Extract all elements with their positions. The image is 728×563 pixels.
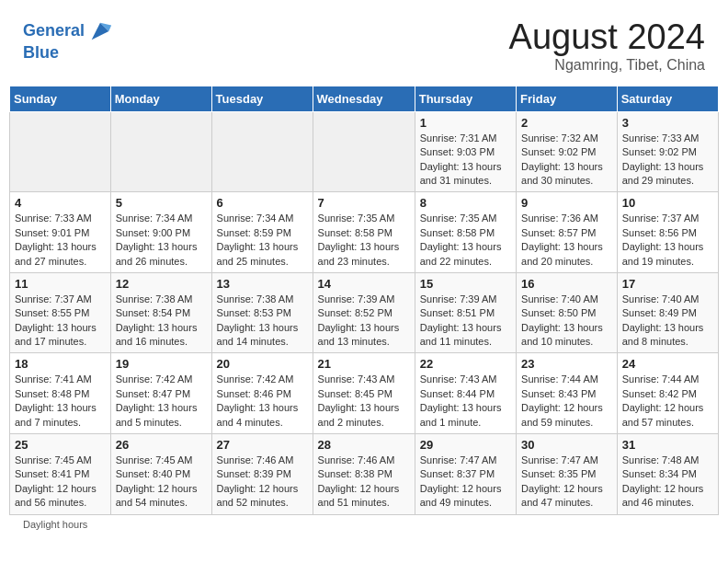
day-info: Sunrise: 7:46 AMSunset: 8:38 PMDaylight:… xyxy=(318,454,410,511)
calendar-cell: 15Sunrise: 7:39 AMSunset: 8:51 PMDayligh… xyxy=(415,272,516,353)
day-number: 7 xyxy=(318,196,410,210)
calendar-cell: 26Sunrise: 7:45 AMSunset: 8:40 PMDayligh… xyxy=(110,434,211,515)
day-info: Sunrise: 7:37 AMSunset: 8:55 PMDaylight:… xyxy=(15,293,106,350)
day-info: Sunrise: 7:39 AMSunset: 8:51 PMDaylight:… xyxy=(420,293,511,350)
day-number: 12 xyxy=(116,277,207,291)
calendar-cell: 29Sunrise: 7:47 AMSunset: 8:37 PMDayligh… xyxy=(415,434,516,515)
daylight-hours-label: Daylight hours xyxy=(23,519,87,530)
day-info: Sunrise: 7:35 AMSunset: 8:58 PMDaylight:… xyxy=(420,212,511,269)
day-info: Sunrise: 7:44 AMSunset: 8:42 PMDaylight:… xyxy=(622,373,713,430)
day-info: Sunrise: 7:34 AMSunset: 8:59 PMDaylight:… xyxy=(217,212,308,269)
calendar-cell: 13Sunrise: 7:38 AMSunset: 8:53 PMDayligh… xyxy=(211,272,313,353)
day-info: Sunrise: 7:36 AMSunset: 8:57 PMDaylight:… xyxy=(521,212,612,269)
day-number: 13 xyxy=(217,277,308,291)
day-number: 3 xyxy=(622,116,713,130)
page-wrapper: General Blue August 2024 Ngamring, Tibet… xyxy=(9,9,719,534)
day-number: 16 xyxy=(521,277,612,291)
day-info: Sunrise: 7:38 AMSunset: 8:53 PMDaylight:… xyxy=(217,293,308,350)
calendar-cell: 7Sunrise: 7:35 AMSunset: 8:58 PMDaylight… xyxy=(313,192,415,273)
calendar-subtitle: Ngamring, Tibet, China xyxy=(509,57,705,74)
logo-blue-text: Blue xyxy=(23,44,113,63)
day-info: Sunrise: 7:31 AMSunset: 9:03 PMDaylight:… xyxy=(420,132,511,189)
calendar-title: August 2024 xyxy=(509,18,705,57)
day-number: 21 xyxy=(318,357,410,371)
calendar-week-row: 1Sunrise: 7:31 AMSunset: 9:03 PMDaylight… xyxy=(10,111,719,192)
calendar-cell: 25Sunrise: 7:45 AMSunset: 8:41 PMDayligh… xyxy=(10,434,111,515)
day-number: 11 xyxy=(15,277,106,291)
day-info: Sunrise: 7:33 AMSunset: 9:01 PMDaylight:… xyxy=(15,212,106,269)
calendar-cell xyxy=(110,111,211,192)
day-of-week-header: Friday xyxy=(517,86,618,111)
day-info: Sunrise: 7:43 AMSunset: 8:44 PMDaylight:… xyxy=(420,373,511,430)
calendar-week-row: 25Sunrise: 7:45 AMSunset: 8:41 PMDayligh… xyxy=(10,434,719,515)
day-number: 30 xyxy=(521,438,612,452)
day-number: 4 xyxy=(15,196,106,210)
day-info: Sunrise: 7:40 AMSunset: 8:49 PMDaylight:… xyxy=(622,293,713,350)
calendar-header-row: SundayMondayTuesdayWednesdayThursdayFrid… xyxy=(10,86,719,111)
day-number: 23 xyxy=(521,357,612,371)
day-number: 14 xyxy=(318,277,410,291)
day-number: 27 xyxy=(217,438,308,452)
day-of-week-header: Sunday xyxy=(10,86,111,111)
day-number: 18 xyxy=(15,357,106,371)
logo-text: General xyxy=(23,22,85,40)
calendar-cell: 4Sunrise: 7:33 AMSunset: 9:01 PMDaylight… xyxy=(10,192,111,273)
calendar-cell: 9Sunrise: 7:36 AMSunset: 8:57 PMDaylight… xyxy=(517,192,618,273)
calendar-cell: 18Sunrise: 7:41 AMSunset: 8:48 PMDayligh… xyxy=(10,353,111,434)
calendar-cell: 8Sunrise: 7:35 AMSunset: 8:58 PMDaylight… xyxy=(415,192,516,273)
day-number: 15 xyxy=(420,277,511,291)
calendar-cell: 5Sunrise: 7:34 AMSunset: 9:00 PMDaylight… xyxy=(110,192,211,273)
page-header: General Blue August 2024 Ngamring, Tibet… xyxy=(9,9,719,78)
day-info: Sunrise: 7:47 AMSunset: 8:35 PMDaylight:… xyxy=(521,454,612,511)
day-info: Sunrise: 7:42 AMSunset: 8:47 PMDaylight:… xyxy=(116,373,207,430)
logo: General Blue xyxy=(23,18,113,63)
calendar-table: SundayMondayTuesdayWednesdayThursdayFrid… xyxy=(9,86,719,515)
calendar-cell: 16Sunrise: 7:40 AMSunset: 8:50 PMDayligh… xyxy=(517,272,618,353)
day-info: Sunrise: 7:40 AMSunset: 8:50 PMDaylight:… xyxy=(521,293,612,350)
day-number: 25 xyxy=(15,438,106,452)
calendar-cell: 28Sunrise: 7:46 AMSunset: 8:38 PMDayligh… xyxy=(313,434,415,515)
day-number: 9 xyxy=(521,196,612,210)
calendar-cell xyxy=(313,111,415,192)
day-number: 29 xyxy=(420,438,511,452)
day-info: Sunrise: 7:41 AMSunset: 8:48 PMDaylight:… xyxy=(15,373,106,430)
title-block: August 2024 Ngamring, Tibet, China xyxy=(509,18,705,74)
day-info: Sunrise: 7:45 AMSunset: 8:41 PMDaylight:… xyxy=(15,454,106,511)
day-info: Sunrise: 7:43 AMSunset: 8:45 PMDaylight:… xyxy=(318,373,410,430)
calendar-cell: 20Sunrise: 7:42 AMSunset: 8:46 PMDayligh… xyxy=(211,353,313,434)
calendar-week-row: 18Sunrise: 7:41 AMSunset: 8:48 PMDayligh… xyxy=(10,353,719,434)
day-number: 28 xyxy=(318,438,410,452)
calendar-cell: 12Sunrise: 7:38 AMSunset: 8:54 PMDayligh… xyxy=(110,272,211,353)
day-number: 26 xyxy=(116,438,207,452)
calendar-cell: 10Sunrise: 7:37 AMSunset: 8:56 PMDayligh… xyxy=(617,192,718,273)
day-number: 19 xyxy=(116,357,207,371)
day-number: 8 xyxy=(420,196,511,210)
day-of-week-header: Saturday xyxy=(617,86,718,111)
calendar-cell xyxy=(211,111,313,192)
day-of-week-header: Wednesday xyxy=(313,86,415,111)
calendar-cell: 22Sunrise: 7:43 AMSunset: 8:44 PMDayligh… xyxy=(415,353,516,434)
logo-icon xyxy=(87,18,113,44)
day-of-week-header: Thursday xyxy=(415,86,516,111)
day-info: Sunrise: 7:44 AMSunset: 8:43 PMDaylight:… xyxy=(521,373,612,430)
calendar-cell: 24Sunrise: 7:44 AMSunset: 8:42 PMDayligh… xyxy=(617,353,718,434)
calendar-cell: 6Sunrise: 7:34 AMSunset: 8:59 PMDaylight… xyxy=(211,192,313,273)
calendar-cell: 2Sunrise: 7:32 AMSunset: 9:02 PMDaylight… xyxy=(517,111,618,192)
day-info: Sunrise: 7:45 AMSunset: 8:40 PMDaylight:… xyxy=(116,454,207,511)
day-info: Sunrise: 7:46 AMSunset: 8:39 PMDaylight:… xyxy=(217,454,308,511)
calendar-cell: 3Sunrise: 7:33 AMSunset: 9:02 PMDaylight… xyxy=(617,111,718,192)
day-number: 10 xyxy=(622,196,713,210)
calendar-cell: 31Sunrise: 7:48 AMSunset: 8:34 PMDayligh… xyxy=(617,434,718,515)
day-info: Sunrise: 7:37 AMSunset: 8:56 PMDaylight:… xyxy=(622,212,713,269)
calendar-week-row: 11Sunrise: 7:37 AMSunset: 8:55 PMDayligh… xyxy=(10,272,719,353)
day-number: 17 xyxy=(622,277,713,291)
calendar-cell: 14Sunrise: 7:39 AMSunset: 8:52 PMDayligh… xyxy=(313,272,415,353)
day-number: 1 xyxy=(420,116,511,130)
day-of-week-header: Monday xyxy=(110,86,211,111)
day-number: 22 xyxy=(420,357,511,371)
day-number: 5 xyxy=(116,196,207,210)
day-info: Sunrise: 7:35 AMSunset: 8:58 PMDaylight:… xyxy=(318,212,410,269)
footer-note: Daylight hours xyxy=(9,515,719,534)
calendar-cell: 1Sunrise: 7:31 AMSunset: 9:03 PMDaylight… xyxy=(415,111,516,192)
day-info: Sunrise: 7:39 AMSunset: 8:52 PMDaylight:… xyxy=(318,293,410,350)
